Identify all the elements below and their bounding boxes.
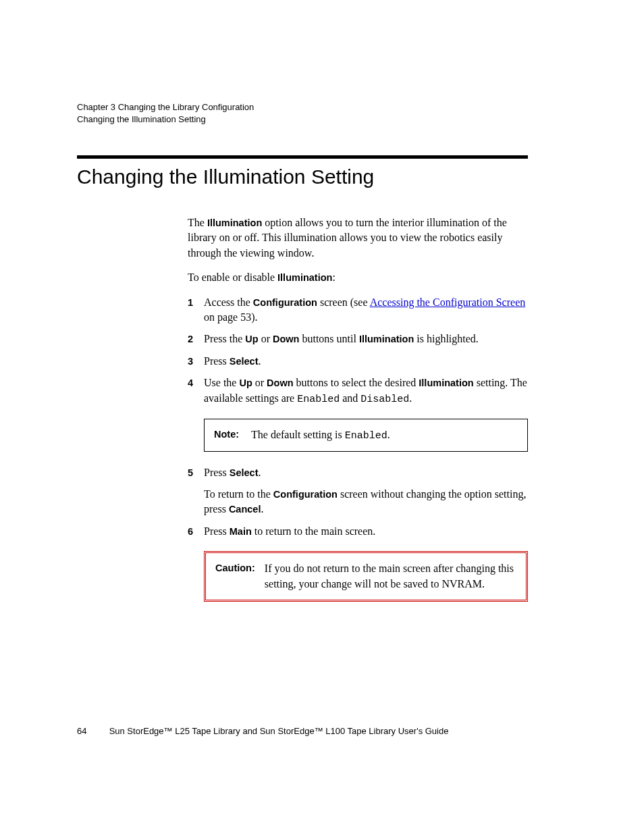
step-3: 3 Press Select. (188, 354, 528, 369)
term-illumination: Illumination (207, 217, 262, 228)
step-number: 5 (188, 466, 193, 479)
term-down: Down (267, 377, 293, 388)
text: Access the (204, 296, 253, 308)
text: The (188, 217, 207, 228)
text: Press (204, 525, 230, 537)
page-number: 64 (77, 726, 107, 736)
text: . (387, 429, 390, 440)
step-2: 2 Press the Up or Down buttons until Ill… (188, 332, 528, 346)
page-footer: 64 Sun StorEdge™ L25 Tape Library and Su… (77, 726, 448, 736)
text: to return to the main screen. (252, 525, 376, 537)
code-disabled: Disabled (360, 394, 409, 405)
text: Press (204, 355, 230, 367)
running-header: Chapter 3 Changing the Library Configura… (77, 101, 529, 125)
text: . (259, 355, 261, 367)
step-number: 1 (188, 296, 193, 309)
term-main: Main (230, 526, 252, 537)
xref-link[interactable]: Configuration Screen (433, 296, 525, 308)
term-configuration: Configuration (253, 297, 317, 308)
text: The default setting is (251, 429, 345, 440)
caution-body: If you do not return to the main screen … (265, 561, 516, 592)
term-select: Select (230, 467, 259, 478)
text: Press (204, 467, 230, 478)
term-cancel: Cancel (229, 504, 261, 515)
intro-para-1: The Illumination option allows you to tu… (188, 215, 528, 261)
step-number: 2 (188, 332, 193, 346)
caution-label: Caution: (215, 561, 265, 592)
step-number: 6 (188, 525, 193, 538)
text: or (259, 333, 273, 344)
step-1: 1 Access the Configuration screen (see A… (188, 295, 528, 325)
page-title: Changing the Illumination Setting (77, 165, 529, 188)
text: screen (see (317, 296, 370, 308)
step-list: 1 Access the Configuration screen (see A… (188, 295, 528, 407)
term-select: Select (230, 356, 259, 367)
step-list-cont2: 6 Press Main to return to the main scree… (188, 524, 528, 539)
text: or (252, 377, 267, 388)
text: To return to the (204, 488, 273, 500)
step-list-cont: 5 Press Select. (188, 465, 528, 480)
term-illumination: Illumination (359, 334, 414, 344)
step-5: 5 Press Select. (188, 465, 528, 480)
term-up: Up (239, 377, 252, 388)
text: Configuration Screen (433, 296, 525, 308)
text: on page 53). (204, 311, 258, 323)
step-number: 3 (188, 355, 193, 368)
term-illumination: Illumination (277, 272, 332, 283)
text: is highlighted. (414, 333, 479, 344)
note-body: The default setting is Enabled. (251, 427, 390, 443)
text: . (259, 467, 261, 478)
step-4: 4 Use the Up or Down buttons to select t… (188, 375, 528, 406)
step-number: 4 (188, 376, 193, 390)
term-down: Down (273, 334, 299, 344)
content-block: The Illumination option allows you to tu… (188, 215, 528, 602)
caution-box: Caution: If you do not return to the mai… (204, 551, 528, 602)
page-body: Chapter 3 Changing the Library Configura… (0, 0, 644, 602)
text: Press the (204, 333, 245, 344)
intro-para-2: To enable or disable Illumination: (188, 270, 528, 285)
header-chapter: Chapter 3 Changing the Library Configura… (77, 101, 529, 113)
term-up: Up (245, 334, 258, 344)
note-box: Note: The default setting is Enabled. (204, 419, 528, 452)
text: buttons until (299, 333, 358, 344)
term-configuration: Configuration (273, 489, 338, 500)
step-6: 6 Press Main to return to the main scree… (188, 524, 528, 539)
code-enabled: Enabled (345, 430, 387, 442)
header-section: Changing the Illumination Setting (77, 113, 529, 126)
xref-link[interactable]: Accessing the (370, 296, 433, 308)
code-enabled: Enabled (297, 394, 340, 405)
text: and (340, 392, 360, 404)
note-label: Note: (214, 427, 251, 443)
step-5-return: To return to the Configuration screen wi… (204, 487, 528, 517)
section-rule (77, 155, 528, 159)
text: . (409, 392, 412, 404)
term-illumination: Illumination (419, 377, 473, 388)
text: To enable or disable (188, 271, 277, 283)
footer-text: Sun StorEdge™ L25 Tape Library and Sun S… (109, 726, 449, 736)
text: Use the (204, 377, 239, 388)
text: : (332, 271, 335, 283)
text: . (261, 503, 263, 515)
text: buttons to select the desired (294, 377, 419, 388)
text: Accessing the (370, 296, 433, 308)
